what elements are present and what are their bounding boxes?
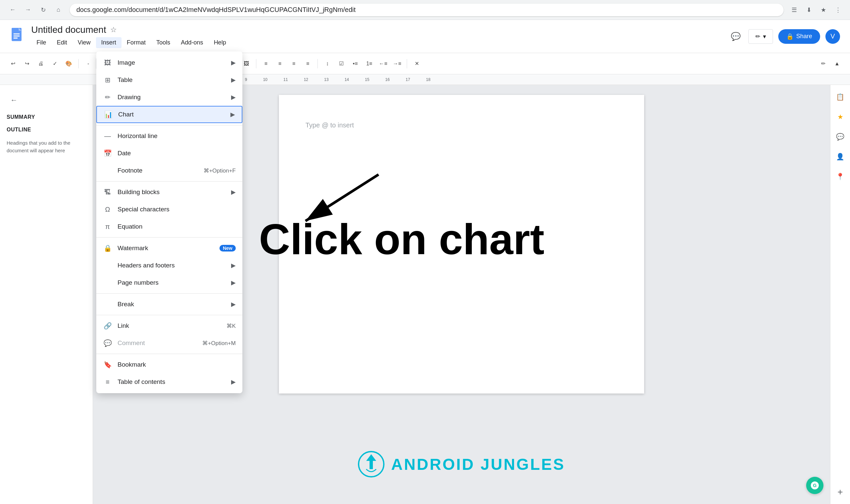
- docs-activity-button[interactable]: 📋: [834, 90, 847, 104]
- menu-item-break[interactable]: Break ▶: [96, 295, 242, 313]
- avatar[interactable]: V: [826, 29, 840, 44]
- menu-insert[interactable]: Insert: [96, 37, 122, 48]
- justify-button[interactable]: ≡: [301, 58, 314, 70]
- chart-arrow-icon: ▶: [230, 111, 235, 118]
- toolbar-sep-5: [317, 59, 318, 68]
- star-icon[interactable]: ☆: [110, 25, 117, 34]
- line-spacing-button[interactable]: ↕: [321, 58, 334, 70]
- decrease-indent-button[interactable]: ←≡: [377, 58, 389, 70]
- menu-item-horizontal-line[interactable]: — Horizontal line: [96, 127, 242, 145]
- chart-icon: 📊: [104, 110, 113, 119]
- share-button[interactable]: 🔒 Share: [778, 29, 820, 44]
- bullets-button[interactable]: •≡: [349, 58, 362, 70]
- menu-item-page-numbers[interactable]: Page numbers ▶: [96, 274, 242, 291]
- browser-refresh-btn[interactable]: ↻: [37, 4, 49, 16]
- redo-button[interactable]: ↪: [21, 58, 33, 70]
- menu-item-table-of-contents[interactable]: ≡ Table of contents ▶: [96, 373, 242, 391]
- menu-item-building-blocks[interactable]: 🏗 Building blocks ▶: [96, 183, 242, 201]
- docs-maps-button[interactable]: 📍: [834, 170, 847, 183]
- browser-home-btn[interactable]: ⌂: [52, 4, 65, 16]
- menu-addons[interactable]: Add-ons: [176, 37, 209, 48]
- docs-header: Untitled document ☆ File Edit View Inser…: [0, 20, 850, 53]
- menu-edit[interactable]: Edit: [51, 37, 72, 48]
- menu-item-footnote[interactable]: Footnote ⌘+Option+F: [96, 162, 242, 179]
- logo-icon-svg: [358, 451, 384, 478]
- menu-item-headers-footers[interactable]: Headers and footers ▶: [96, 257, 242, 274]
- ext-icon-1[interactable]: ☰: [789, 5, 800, 15]
- docs-contacts-button[interactable]: 👤: [834, 150, 847, 163]
- address-bar[interactable]: [70, 4, 784, 16]
- paint-format-button[interactable]: 🎨: [63, 58, 75, 70]
- ext-icon-2[interactable]: ⬇: [803, 5, 814, 15]
- align-left-button[interactable]: ≡: [260, 58, 272, 70]
- right-sidebar: 📋 ★ 💬 👤 📍 +: [830, 85, 850, 504]
- menu-item-equation[interactable]: π Equation: [96, 218, 242, 235]
- add-widget-button[interactable]: +: [834, 485, 847, 499]
- footnote-icon: [103, 166, 112, 175]
- menu-format[interactable]: Format: [122, 37, 151, 48]
- drawing-label: Drawing: [118, 94, 226, 101]
- undo-button[interactable]: ↩: [7, 58, 19, 70]
- menu-item-comment[interactable]: 💬 Comment ⌘+Option+M: [96, 335, 242, 352]
- checklist-button[interactable]: ☑: [335, 58, 348, 70]
- comment-button[interactable]: 💬: [728, 29, 743, 44]
- edit-mode-button[interactable]: ✏ ▾: [748, 29, 773, 44]
- ext-icon-4[interactable]: ⋮: [833, 5, 843, 15]
- ruler-mark: 14: [345, 77, 349, 82]
- drawing-icon: ✏: [103, 93, 112, 102]
- menu-file[interactable]: File: [31, 37, 51, 48]
- browser-back-btn[interactable]: ←: [7, 4, 19, 16]
- headers-footers-icon: [103, 261, 112, 270]
- menu-tools[interactable]: Tools: [151, 37, 176, 48]
- menu-item-bookmark[interactable]: 🔖 Bookmark: [96, 356, 242, 373]
- menu-item-special-characters[interactable]: Ω Special characters: [96, 201, 242, 218]
- toolbar-sep-4: [256, 59, 256, 68]
- menu-item-watermark[interactable]: 🔒 Watermark New: [96, 239, 242, 257]
- ruler-mark: 18: [426, 77, 430, 82]
- clear-format-button[interactable]: ✕: [411, 58, 423, 70]
- menu-item-image[interactable]: 🖼 Image ▶: [96, 54, 242, 71]
- collapse-toolbar-button[interactable]: ▲: [831, 58, 843, 70]
- comment-shortcut: ⌘+Option+M: [202, 340, 236, 347]
- align-center-button[interactable]: ≡: [274, 58, 286, 70]
- svg-rect-5: [14, 37, 18, 38]
- doc-title[interactable]: Untitled document: [31, 24, 106, 35]
- ruler-mark: 11: [283, 77, 288, 82]
- menu-divider-3: [96, 237, 242, 238]
- zoom-out-button[interactable]: -: [82, 58, 94, 70]
- print-button[interactable]: 🖨: [35, 58, 47, 70]
- instruction-text: Click on chart: [259, 214, 544, 264]
- image-arrow-icon: ▶: [231, 59, 236, 66]
- spell-check-button[interactable]: ✓: [49, 58, 61, 70]
- toc-icon: ≡: [103, 377, 112, 386]
- increase-indent-button[interactable]: →≡: [391, 58, 403, 70]
- image-icon: 🖼: [103, 58, 112, 67]
- numbered-button[interactable]: 1≡: [363, 58, 376, 70]
- toc-arrow-icon: ▶: [231, 378, 236, 385]
- align-right-button[interactable]: ≡: [288, 58, 300, 70]
- menu-item-table[interactable]: ⊞ Table ▶: [96, 71, 242, 89]
- docs-updates-button[interactable]: ★: [834, 110, 847, 123]
- svg-marker-9: [366, 454, 376, 469]
- menu-item-chart[interactable]: 📊 Chart ▶: [96, 106, 242, 123]
- grammarly-button[interactable]: G: [806, 477, 823, 494]
- menu-item-drawing[interactable]: ✏ Drawing ▶: [96, 89, 242, 106]
- docs-chat-button[interactable]: 💬: [834, 130, 847, 143]
- svg-rect-3: [14, 33, 20, 34]
- browser-forward-btn[interactable]: →: [22, 4, 34, 16]
- comment-label: Comment: [118, 339, 197, 347]
- menu-view[interactable]: View: [72, 37, 96, 48]
- link-label: Link: [118, 322, 221, 329]
- pencil-edit-button[interactable]: ✏: [817, 58, 829, 70]
- horizontal-line-label: Horizontal line: [118, 132, 236, 140]
- menu-help[interactable]: Help: [209, 37, 231, 48]
- menu-item-date[interactable]: 📅 Date: [96, 145, 242, 162]
- special-chars-icon: Ω: [103, 205, 112, 214]
- sidebar-back-button[interactable]: ←: [7, 93, 21, 108]
- date-icon: 📅: [103, 149, 112, 158]
- table-arrow-icon: ▶: [231, 76, 236, 84]
- break-icon: [103, 300, 112, 309]
- ruler-mark: 9: [245, 77, 247, 82]
- ext-icon-3[interactable]: ★: [818, 5, 829, 15]
- menu-item-link[interactable]: 🔗 Link ⌘K: [96, 317, 242, 335]
